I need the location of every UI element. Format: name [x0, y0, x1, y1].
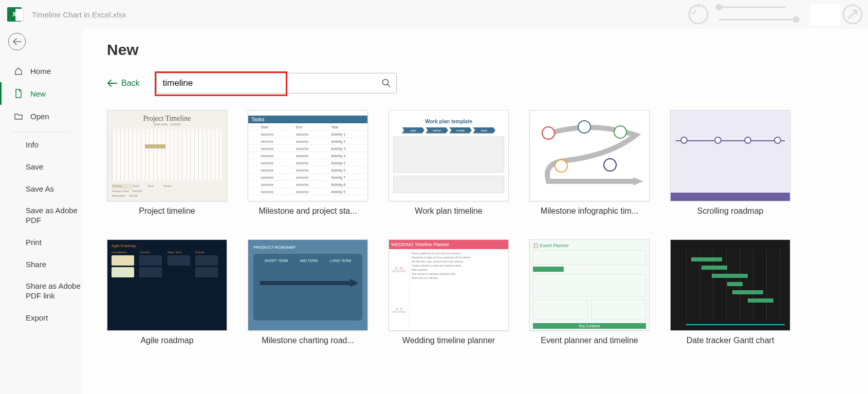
template-thumbnail: Work plan template startdefinecreateexec [389, 110, 509, 201]
nav-open[interactable]: Open [0, 105, 82, 127]
template-thumbnail: Tasks StartEndTask xx/xx/xxxx/xx/xxActiv… [248, 110, 368, 201]
nav-export[interactable]: Export [0, 307, 82, 329]
nav-new[interactable]: New [0, 82, 82, 105]
svg-rect-6 [810, 4, 840, 26]
template-thumbnail [529, 110, 650, 201]
template-card-agile-roadmap[interactable]: Agile Roadmap Completed Current Near Ter… [107, 239, 227, 345]
svg-point-18 [774, 137, 781, 143]
nav-info[interactable]: Info [0, 134, 82, 156]
template-card-milestone-charting-roadmap[interactable]: PRODUCT ROADMAP SHORT TERMMID TERMLONG T… [248, 239, 368, 345]
excel-app-icon: X [7, 7, 22, 22]
svg-point-0 [689, 5, 708, 24]
svg-point-10 [542, 127, 555, 139]
file-title: Timeline Chart in Excel.xlsx [32, 10, 126, 19]
arrow-left-icon [12, 38, 22, 45]
title-bar: X Timeline Chart in Excel.xlsx [0, 0, 868, 29]
nav-home-label: Home [30, 67, 51, 76]
search-row: Back [107, 73, 843, 93]
nav-save[interactable]: Save [0, 156, 82, 178]
template-card-date-tracker-gantt[interactable]: Date tracker Gantt chart [670, 239, 790, 345]
nav-home[interactable]: Home [0, 60, 82, 82]
main-content: New Back Project Timeline Start Date 1/3… [82, 29, 868, 394]
template-label: Milestone infographic tim... [529, 207, 650, 216]
template-label: Work plan timeline [389, 207, 509, 216]
nav-separator [11, 132, 71, 132]
svg-point-16 [715, 137, 721, 143]
left-navigation-rail: Home New Open Info Save Save As Save as … [0, 29, 82, 394]
app-icon-letter: X [12, 11, 16, 18]
nav-open-label: Open [30, 112, 49, 121]
template-label: Project timeline [107, 207, 227, 216]
svg-point-15 [681, 137, 687, 143]
page-title: New [107, 41, 843, 59]
svg-point-17 [745, 137, 751, 143]
template-label: Milestone and project sta... [248, 207, 368, 216]
template-card-milestone-project-status[interactable]: Tasks StartEndTask xx/xx/xxxx/xx/xxActiv… [248, 110, 368, 216]
search-icon [382, 79, 391, 88]
nav-print[interactable]: Print [0, 232, 82, 254]
svg-marker-9 [633, 177, 643, 185]
template-card-project-timeline[interactable]: Project Timeline Start Date 1/31/23 Acti… [107, 110, 227, 216]
template-label: Event planner and timeline [529, 336, 650, 345]
template-thumbnail [670, 110, 790, 201]
nav-share[interactable]: Share [0, 254, 82, 276]
template-card-event-planner-timeline[interactable]: 📋 Event Planner Key Contacts Event plann… [529, 239, 650, 345]
nav-share-adobe-link[interactable]: Share as Adobe PDF link [0, 275, 82, 307]
template-label: Scrolling roadmap [670, 207, 790, 216]
svg-point-11 [578, 121, 590, 133]
back-link-label: Back [121, 79, 140, 88]
nav-save-as[interactable]: Save As [0, 178, 82, 200]
template-card-wedding-timeline-planner[interactable]: WEDDING Timeline Planner 9 - 12MONTHS6 -… [389, 239, 509, 345]
arrow-left-icon [107, 80, 117, 87]
template-thumbnail: WEDDING Timeline Planner 9 - 12MONTHS6 -… [389, 239, 509, 331]
folder-open-icon [13, 112, 24, 120]
nav-save-adobe-pdf[interactable]: Save as Adobe PDF [0, 200, 82, 232]
svg-line-8 [387, 84, 390, 87]
back-button[interactable] [8, 33, 26, 50]
document-icon [13, 89, 24, 98]
svg-point-12 [614, 126, 626, 138]
template-label: Date tracker Gantt chart [670, 336, 790, 345]
template-label: Agile roadmap [107, 336, 227, 345]
search-button[interactable] [377, 79, 396, 88]
template-grid: Project Timeline Start Date 1/31/23 Acti… [107, 110, 843, 345]
search-container [156, 73, 397, 93]
template-search-input[interactable] [157, 78, 377, 88]
svg-point-14 [604, 159, 616, 171]
svg-point-5 [843, 5, 862, 24]
svg-point-13 [555, 160, 567, 172]
svg-point-2 [716, 5, 722, 10]
template-card-scrolling-roadmap[interactable]: Scrolling roadmap [670, 110, 790, 216]
template-card-milestone-infographic[interactable]: Milestone infographic tim... [529, 110, 650, 216]
template-thumbnail: PRODUCT ROADMAP SHORT TERMMID TERMLONG T… [248, 239, 368, 331]
nav-new-label: New [30, 89, 46, 98]
template-thumbnail: Project Timeline Start Date 1/31/23 Acti… [107, 110, 227, 201]
svg-point-4 [793, 17, 799, 22]
home-icon [13, 66, 24, 76]
template-thumbnail: Agile Roadmap Completed Current Near Ter… [107, 239, 227, 331]
template-label: Milestone charting road... [248, 336, 368, 345]
back-link[interactable]: Back [107, 79, 140, 88]
template-card-work-plan-timeline[interactable]: Work plan template startdefinecreateexec… [389, 110, 509, 216]
decorative-header-art [683, 0, 868, 29]
svg-marker-20 [350, 279, 357, 287]
template-thumbnail [670, 239, 790, 331]
template-thumbnail: 📋 Event Planner Key Contacts [529, 239, 650, 331]
template-label: Wedding timeline planner [389, 336, 509, 345]
svg-point-7 [382, 80, 388, 85]
